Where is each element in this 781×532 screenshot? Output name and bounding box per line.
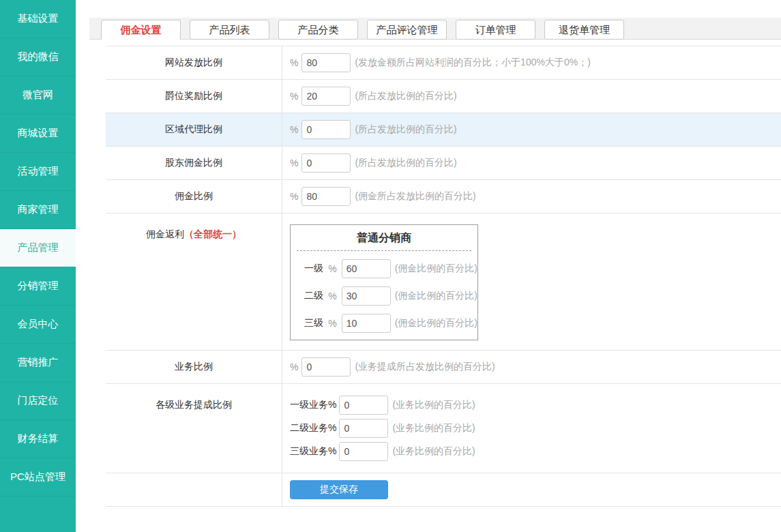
row-hint: (业务比例的百分比) [392, 422, 475, 434]
sidebar-item-financial-settlement[interactable]: 财务结算 [0, 420, 76, 458]
sidebar-item-label: 营销推广 [18, 356, 59, 369]
commission-settings-form: 网站发放比例 % (发放金额所占网站利润的百分比；小于100%大于0%；) 爵位… [106, 46, 781, 507]
row-hint: (佣金比例的百分比) [395, 263, 477, 275]
tab-commission-settings[interactable]: 佣金设置 [101, 20, 181, 40]
rank-reward-ratio-input[interactable] [301, 87, 351, 106]
rebate-level1-input[interactable] [342, 259, 391, 278]
row-value-cell: % (发放金额所占网站利润的百分比；小于100%大于0%；) [282, 46, 781, 79]
sidebar-item-distribution-management[interactable]: 分销管理 [0, 267, 76, 306]
row-label: 各级业务提成比例 [106, 384, 282, 473]
form-row-commission-ratio: 佣金比例 % (佣金所占发放比例的百分比) [106, 180, 781, 213]
row-hint: (发放金额所占网站利润的百分比；小于100%大于0%；) [355, 57, 590, 69]
row-hint: (业务比例的百分比) [392, 445, 475, 458]
form-row-commission-rebate: 佣金返利（全部统一） 普通分销商 一级 % (佣金比例的百分比) 二级 [106, 213, 781, 351]
sidebar-item-pc-site-management[interactable]: PC站点管理 [0, 458, 76, 497]
row-label: 网站发放比例 [106, 46, 282, 79]
row-hint: (所占发放比例的百分比) [355, 123, 456, 136]
rebate-level-row: 二级 % (佣金比例的百分比) [291, 286, 477, 306]
regional-agent-ratio-input[interactable] [301, 120, 351, 139]
percent-prefix: % [290, 124, 298, 135]
sidebar-item-label: PC站点管理 [10, 471, 65, 484]
tab-product-list[interactable]: 产品列表 [190, 20, 269, 40]
form-row-site-payout-ratio: 网站发放比例 % (发放金额所占网站利润的百分比；小于100%大于0%；) [106, 46, 781, 80]
tab-product-category[interactable]: 产品分类 [278, 20, 358, 40]
business-level1-input[interactable] [339, 396, 388, 415]
form-row-regional-agent-ratio: 区域代理比例 % (所占发放比例的百分比) [106, 113, 781, 147]
sidebar-item-label: 产品管理 [18, 241, 59, 254]
submit-save-button[interactable]: 提交保存 [290, 480, 388, 499]
percent-prefix: % [290, 158, 298, 168]
form-row-submit: 提交保存 [106, 473, 781, 507]
rebate-level3-input[interactable] [342, 314, 391, 333]
row-label: 佣金返利（全部统一） [106, 213, 282, 350]
sidebar-item-label: 分销管理 [18, 280, 59, 293]
level-label: 二级业务% [290, 422, 336, 434]
business-level-row: 三级业务% (业务比例的百分比) [290, 442, 475, 461]
row-hint: (佣金比例的百分比) [395, 317, 477, 329]
rebate-level-row: 一级 % (佣金比例的百分比) [291, 259, 477, 278]
main-content: 佣金设置 产品列表 产品分类 产品评论管理 订单管理 退货单管理 网站发放比例 … [76, 0, 781, 532]
sidebar: 基础设置 我的微信 微官网 商城设置 活动管理 商家管理 产品管理 分销管理 会… [0, 0, 76, 532]
sidebar-item-label: 微官网 [23, 89, 53, 102]
rebate-label: 佣金返利 [146, 228, 184, 241]
level-label: 一级 [304, 263, 328, 275]
row-label: 佣金比例 [106, 180, 282, 213]
business-level2-input[interactable] [339, 419, 388, 438]
row-value-cell: % (佣金所占发放比例的百分比) [282, 180, 781, 213]
rebate-label-suffix: （全部统一） [184, 228, 241, 241]
sidebar-item-label: 商城设置 [18, 127, 59, 140]
percent-prefix: % [290, 361, 298, 372]
app-window: 基础设置 我的微信 微官网 商城设置 活动管理 商家管理 产品管理 分销管理 会… [0, 0, 781, 532]
sidebar-item-marketing-promotion[interactable]: 营销推广 [0, 344, 76, 382]
sidebar-item-label: 门店定位 [18, 394, 59, 407]
site-payout-ratio-input[interactable] [301, 53, 351, 72]
business-ratio-input[interactable] [301, 357, 351, 376]
business-level3-input[interactable] [339, 442, 388, 461]
sidebar-item-merchant-management[interactable]: 商家管理 [0, 191, 76, 229]
form-row-business-level-ratios: 各级业务提成比例 一级业务% (业务比例的百分比) 二级业务% (业务比例的百分… [106, 384, 781, 473]
row-hint: (业务比例的百分比) [392, 399, 475, 411]
sidebar-item-label: 财务结算 [18, 432, 59, 445]
rebate-level-row: 三级 % (佣金比例的百分比) [291, 314, 477, 333]
sidebar-item-product-management[interactable]: 产品管理 [0, 229, 76, 267]
sidebar-item-store-location[interactable]: 门店定位 [0, 382, 76, 420]
distributor-rebate-box: 普通分销商 一级 % (佣金比例的百分比) 二级 % (佣金比例的百 [290, 224, 478, 340]
rebate-level2-input[interactable] [342, 286, 391, 306]
sidebar-item-member-center[interactable]: 会员中心 [0, 306, 76, 344]
percent-prefix: % [328, 318, 336, 329]
form-row-shareholder-commission-ratio: 股东佣金比例 % (所占发放比例的百分比) [106, 147, 781, 180]
row-hint: (佣金所占发放比例的百分比) [355, 190, 475, 203]
row-value-cell: % (所占发放比例的百分比) [282, 147, 781, 179]
row-hint: (所占发放比例的百分比) [355, 90, 456, 102]
tab-return-order-management[interactable]: 退货单管理 [544, 20, 624, 40]
level-label: 二级 [304, 290, 328, 302]
row-label-empty [106, 473, 282, 506]
sidebar-item-my-wechat[interactable]: 我的微信 [0, 38, 76, 76]
row-hint: (所占发放比例的百分比) [355, 157, 456, 169]
row-hint: (业务提成所占发放比例的百分比) [355, 361, 495, 373]
sidebar-item-label: 商家管理 [18, 203, 59, 216]
tab-order-management[interactable]: 订单管理 [456, 20, 535, 40]
sidebar-item-micro-site[interactable]: 微官网 [0, 76, 76, 115]
percent-prefix: % [290, 57, 298, 68]
commission-ratio-input[interactable] [301, 187, 351, 206]
row-value-cell: % (业务提成所占发放比例的百分比) [282, 351, 781, 383]
business-level-row: 二级业务% (业务比例的百分比) [290, 419, 475, 438]
level-label: 三级业务% [290, 445, 336, 458]
row-value-cell: % (所占发放比例的百分比) [282, 80, 781, 113]
level-label: 三级 [304, 317, 328, 329]
sidebar-item-label: 我的微信 [18, 50, 59, 63]
sidebar-item-basic-settings[interactable]: 基础设置 [0, 0, 76, 38]
form-row-rank-reward-ratio: 爵位奖励比例 % (所占发放比例的百分比) [106, 80, 781, 113]
row-label: 业务比例 [106, 351, 282, 383]
sidebar-item-label: 会员中心 [18, 318, 59, 331]
percent-prefix: % [290, 191, 298, 202]
sidebar-item-activity-management[interactable]: 活动管理 [0, 153, 76, 191]
dashed-divider [297, 250, 471, 251]
row-value-cell: % (所占发放比例的百分比) [282, 113, 781, 146]
sidebar-item-mall-settings[interactable]: 商城设置 [0, 115, 76, 153]
row-label: 股东佣金比例 [106, 147, 282, 179]
row-label: 爵位奖励比例 [106, 80, 282, 113]
shareholder-commission-ratio-input[interactable] [301, 153, 351, 173]
tab-product-review-management[interactable]: 产品评论管理 [367, 20, 447, 40]
